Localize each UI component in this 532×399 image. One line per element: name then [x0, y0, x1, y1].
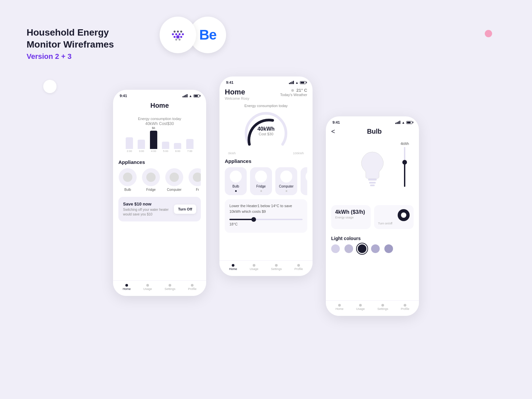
bar-group-5: 6:00 — [174, 143, 181, 153]
svg-point-8 — [176, 35, 180, 39]
colour-dot-1[interactable] — [331, 244, 340, 253]
nav-home[interactable]: Home — [123, 284, 131, 291]
phone2-appliance-bulb[interactable]: Bulb — [225, 167, 247, 195]
signal-icon — [183, 94, 188, 97]
phone3-bottom-nav: Home Usage Settings Profile — [326, 300, 419, 316]
toggle-card[interactable]: Turn on/off — [374, 205, 414, 229]
bar-4 — [162, 142, 169, 149]
phone2-appliances-scroll: Bulb Fridge Computer Mic — [225, 166, 307, 197]
phone1-title: Home — [118, 99, 201, 113]
bar-group-4: 5:00 — [162, 142, 169, 153]
title-version: Version 2 + 3 — [27, 52, 114, 61]
phone2-nav-home[interactable]: Home — [229, 264, 237, 271]
light-colours-title: Light colours — [331, 236, 414, 241]
phone2-appliance-fridge[interactable]: Fridge — [250, 167, 272, 195]
colour-dot-3-selected[interactable] — [358, 244, 366, 253]
energy-usage-label: Energy usage — [335, 216, 367, 219]
slider-value: 18°C — [229, 222, 303, 226]
phone2-home-title: Home — [225, 88, 249, 96]
svg-point-2 — [180, 31, 182, 33]
bulb-area: 4kWh — [326, 139, 419, 205]
svg-point-6 — [182, 33, 184, 35]
back-button[interactable]: < — [331, 128, 335, 135]
toggle-switch[interactable] — [398, 209, 410, 221]
phone3-nav-usage[interactable]: Usage — [356, 304, 365, 311]
phone3-status-bar: 9:41 ▲ — [326, 116, 419, 126]
turn-off-button[interactable]: Turn Off — [174, 204, 196, 214]
phone1-appliances-row: Bulb Fridge Computer — [118, 167, 201, 194]
nav-profile[interactable]: Profile — [188, 284, 197, 291]
phone-1: 9:41 ▲ Home Energy consumption today 40k… — [113, 90, 206, 296]
bar-6 — [186, 139, 194, 149]
svg-point-4 — [179, 33, 181, 35]
be-text: Be — [199, 27, 216, 43]
energy-usage-value: 4kWh ($3/h) — [335, 209, 367, 215]
donut-kwh: 40kWh — [257, 126, 275, 132]
appliance-bulb[interactable]: Bulb — [118, 168, 137, 192]
phone1-appliances-title: Appliances — [118, 156, 201, 167]
bar-group-6: 7:00 — [186, 139, 194, 153]
phone3-nav-settings[interactable]: Settings — [377, 304, 388, 311]
light-colours-section: Light colours — [326, 232, 419, 256]
bar-2 — [138, 140, 145, 149]
svg-point-7 — [174, 36, 176, 38]
phone2-content: Home Welcome Rosy 21° C Today's Weather … — [219, 86, 313, 233]
svg-point-0 — [174, 31, 176, 33]
energy-usage-card: 4kWh ($3/h) Energy usage — [331, 205, 371, 229]
svg-point-11 — [179, 39, 181, 41]
battery-icon — [194, 94, 200, 97]
svg-rect-15 — [370, 185, 375, 186]
deco-pink-circle — [485, 30, 492, 37]
nav-usage[interactable]: Usage — [143, 284, 152, 291]
wifi-icon: ▲ — [189, 94, 192, 98]
phone2-nav-settings[interactable]: Settings — [271, 264, 282, 271]
svg-point-3 — [175, 33, 177, 35]
phones-container: 9:41 ▲ Home Energy consumption today 40k… — [0, 76, 532, 316]
phone2-nav-profile[interactable]: Profile — [294, 264, 303, 271]
donut-cost: Cost $30 — [257, 132, 275, 136]
phone2-appliances-title: Appliances — [225, 155, 307, 166]
phone2-appliance-computer[interactable]: Computer — [275, 167, 297, 195]
phone2-header: Home Welcome Rosy 21° C Today's Weather — [225, 86, 307, 104]
phone2-slider[interactable]: 18°C — [229, 214, 303, 229]
toggle-label: Turn on/off — [378, 222, 392, 225]
phone-3: 9:41 ▲ < Bulb — [326, 116, 419, 316]
vertical-slider[interactable]: 4kWh — [400, 142, 409, 187]
nav-settings[interactable]: Settings — [165, 284, 176, 291]
svg-point-1 — [177, 31, 179, 33]
appliance-computer[interactable]: Computer — [165, 168, 184, 192]
donut-chart: 40kWh Cost $30 — [225, 108, 307, 154]
colour-dot-2[interactable] — [344, 244, 353, 253]
save-title: Save $10 now — [123, 201, 174, 206]
battery-icon-2 — [300, 81, 306, 84]
svg-rect-13 — [368, 179, 377, 181]
phone3-nav-home[interactable]: Home — [335, 304, 343, 311]
phone2-energy-label: Energy consumption today — [225, 104, 307, 108]
phone2-status-bar: 9:41 ▲ — [219, 76, 313, 86]
svg-rect-14 — [369, 182, 376, 184]
phone2-nav-usage[interactable]: Usage — [250, 264, 258, 271]
save-desc: Switching off your water heater would sa… — [123, 207, 174, 217]
colour-dot-5[interactable] — [384, 244, 393, 253]
weather-info: 21° C Today's Weather — [280, 88, 307, 97]
phone2-bottom-nav: Home Usage Settings Profile — [219, 260, 313, 276]
battery-icon-3 — [406, 121, 412, 124]
appliance-fridge[interactable]: Fridge — [142, 168, 160, 192]
appliance-fr[interactable]: Fr — [188, 168, 201, 192]
svg-point-9 — [180, 36, 182, 38]
phone2-appliance-mic[interactable]: Mic — [301, 167, 307, 195]
colour-dot-4[interactable] — [371, 244, 380, 253]
phone3-nav-profile[interactable]: Profile — [401, 304, 409, 311]
bar-3-active — [150, 131, 157, 149]
slider-kwh-label: 4kWh — [400, 142, 409, 146]
phone1-energy-value: 40kWh Cost$30 — [123, 121, 196, 126]
svg-point-5 — [172, 33, 174, 35]
energy-cards: 4kWh ($3/h) Energy usage Turn on/off — [326, 205, 419, 232]
svg-point-10 — [175, 39, 177, 41]
status-icons: ▲ — [183, 94, 200, 98]
phone1-bottom-nav: Home Usage Settings Profile — [113, 280, 206, 296]
save-card: Save $10 now Switching off your water he… — [118, 197, 201, 221]
recommendation-card: Lower the Heater1 below 14°C to save 10k… — [225, 199, 307, 233]
wifi-icon-2: ▲ — [295, 81, 299, 84]
logo-area: Be — [160, 17, 226, 53]
